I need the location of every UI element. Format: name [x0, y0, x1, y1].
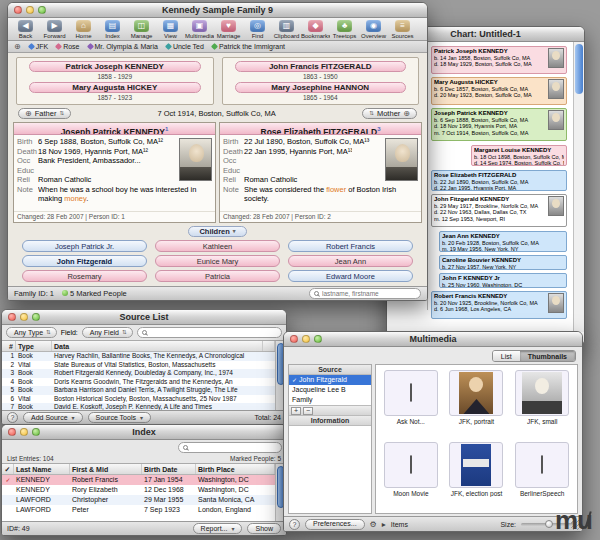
zoom-button[interactable] — [38, 6, 46, 14]
close-button[interactable] — [14, 6, 22, 14]
column-mark[interactable]: ✓ — [2, 464, 14, 474]
toolbar-overview[interactable]: ◉Overview — [359, 19, 388, 40]
wife-name-button[interactable]: Rose Elizabeth FITZGERALD3 — [220, 123, 421, 135]
close-button[interactable] — [8, 313, 16, 321]
table-header[interactable]: # Type Data — [2, 341, 275, 352]
toolbar-treetops[interactable]: ♣Treetops — [330, 19, 359, 40]
zoom-button[interactable] — [314, 335, 322, 343]
column-birth-place[interactable]: Birth Place — [196, 464, 275, 474]
column-type[interactable]: Type — [16, 341, 52, 351]
chart-person-box[interactable]: Mary Augusta HICKEY b. 6 Dec 1857, Bosto… — [431, 77, 567, 105]
thumbnails-view-button[interactable]: Thumbnails — [520, 351, 575, 361]
table-row[interactable]: 6VitalBoston Historical Society, Boston,… — [2, 395, 275, 404]
source-search-field[interactable] — [137, 327, 282, 338]
multimedia-titlebar[interactable]: Multimedia — [284, 332, 582, 347]
media-item[interactable]: JFK, small — [509, 368, 575, 440]
person-button[interactable]: John Francis FITZGERALD — [235, 61, 407, 72]
index-row[interactable]: ✓KENNEDYRobert Francis17 Jan 1954Washing… — [2, 475, 275, 485]
bookmark-rose[interactable]: Rose — [56, 43, 79, 50]
search-input[interactable] — [322, 290, 416, 297]
wife-photo[interactable] — [385, 138, 418, 181]
search-input[interactable] — [191, 444, 277, 451]
add-button[interactable]: + — [291, 407, 301, 415]
table-row[interactable]: 7BookDavid E. Koskoff, Joseph P. Kennedy… — [2, 403, 275, 410]
play-icon[interactable]: ▸ — [382, 520, 386, 529]
minimize-button[interactable] — [20, 428, 28, 436]
chart-person-box[interactable]: Robert Francis KENNEDY b. 20 Nov 1925, B… — [431, 291, 567, 319]
chart-person-box[interactable]: John Fitzgerald KENNEDY b. 29 May 1917, … — [431, 194, 567, 227]
column-birth-date[interactable]: Birth Date — [142, 464, 196, 474]
person-button[interactable]: Patrick Joseph KENNEDY — [29, 61, 201, 72]
children-button[interactable]: Children▾ — [188, 226, 246, 237]
media-source-item[interactable]: John Fitzgerald — [289, 375, 371, 385]
table-row[interactable]: 4BookDoris Kearns Goodwin, The Fitzgeral… — [2, 378, 275, 387]
note-link[interactable]: flower — [326, 185, 346, 194]
column-last-name[interactable]: Last Name — [14, 464, 70, 474]
toolbar-forward[interactable]: ▶Forward — [40, 19, 69, 40]
husband-name-button[interactable]: Joseph Patrick KENNEDY1 — [14, 123, 215, 135]
chart-person-box[interactable]: Jean Ann KENNEDY b. 20 Feb 1928, Boston,… — [439, 231, 567, 252]
toolbar-clipboard[interactable]: ▥Clipboard — [272, 19, 301, 40]
help-button[interactable]: ? — [7, 412, 18, 423]
source-titlebar[interactable]: Source List — [2, 310, 286, 325]
father-button[interactable]: ⊕Father⇅ — [18, 108, 71, 119]
child-button[interactable]: Patricia — [155, 270, 280, 282]
media-item[interactable]: Moon Movie — [378, 440, 444, 512]
media-item[interactable]: BerlinerSpeech — [509, 440, 575, 512]
add-bookmark-icon[interactable]: ⊕ — [14, 42, 21, 51]
media-item[interactable]: JFK, portrait — [444, 368, 510, 440]
add-source-button[interactable]: Add Source — [23, 412, 83, 423]
media-item[interactable]: Ask Not... — [378, 368, 444, 440]
table-row[interactable]: 1BookHarvey Rachlin, Ballantine Books, T… — [2, 352, 275, 361]
toolbar-view[interactable]: ▦View — [156, 19, 185, 40]
index-row[interactable]: LAWFORDPeter7 Sep 1923London, England — [2, 505, 275, 515]
slider-knob[interactable] — [545, 520, 553, 528]
child-button[interactable]: Robert Francis — [288, 240, 413, 252]
report-button[interactable]: Report... — [193, 523, 243, 534]
index-row[interactable]: LAWFORDChristopher29 Mar 1955Santa Monic… — [2, 495, 275, 505]
child-button[interactable]: Joseph Patrick Jr. — [22, 240, 147, 252]
spouse-arrows-icon[interactable]: ⇅ — [59, 111, 64, 117]
table-row[interactable]: 2VitalState Bureaus of Vital Statistics,… — [2, 361, 275, 370]
preferences-button[interactable]: Preferences... — [305, 519, 365, 530]
child-button[interactable]: Eunice Mary — [155, 255, 280, 267]
child-button[interactable]: Edward Moore — [288, 270, 413, 282]
list-view-button[interactable]: List — [493, 351, 520, 361]
index-row[interactable]: KENNEDYRory Elizabeth12 Dec 1968Washingt… — [2, 485, 275, 495]
person-button[interactable]: Mary Josephine HANNON — [235, 82, 407, 93]
bookmark-jfk[interactable]: JFK — [29, 43, 48, 50]
husband-photo[interactable] — [179, 138, 212, 181]
toolbar-bookmarks[interactable]: ◆Bookmarks — [301, 19, 330, 40]
note-link[interactable]: money — [64, 194, 86, 203]
chart-person-box[interactable]: Patrick Joseph KENNEDY b. 14 Jan 1858, B… — [431, 46, 567, 74]
bookmark-uncle-ted[interactable]: Uncle Ted — [166, 43, 204, 50]
close-button[interactable] — [8, 428, 16, 436]
action-gear-icon[interactable]: ⚙ — [370, 520, 377, 529]
chart-person-box[interactable]: Joseph Patrick KENNEDY b. 6 Sep 1888, Bo… — [431, 108, 567, 141]
toolbar-back[interactable]: ◀Back — [11, 19, 40, 40]
spouse-arrows-icon[interactable]: ⇅ — [369, 111, 374, 117]
toolbar-sources[interactable]: ≡Sources — [388, 19, 417, 40]
type-filter-popup[interactable]: Any Type⇅ — [6, 327, 57, 338]
index-search-field[interactable] — [178, 442, 282, 453]
column-media-icon[interactable] — [263, 341, 275, 351]
family-titlebar[interactable]: Kennedy Sample Family 9 — [8, 3, 427, 18]
chart-person-box[interactable]: Margaret Louise KENNEDY b. 18 Oct 1898, … — [471, 145, 567, 166]
zoom-button[interactable] — [32, 313, 40, 321]
vertical-scrollbar[interactable] — [573, 42, 584, 332]
toolbar-home[interactable]: ⌂Home — [69, 19, 98, 40]
media-source-item[interactable]: Family — [289, 395, 371, 405]
column-data[interactable]: Data — [52, 341, 263, 351]
table-row[interactable]: 3BookRobert Fitzgerald Kennedy, Doubleda… — [2, 369, 275, 378]
source-tools-button[interactable]: Source Tools — [88, 412, 151, 423]
toolbar-marriage[interactable]: ♥Marriage — [214, 19, 243, 40]
help-button[interactable]: ? — [289, 519, 300, 530]
remove-button[interactable]: − — [303, 407, 313, 415]
child-button[interactable]: John Fitzgerald — [22, 255, 147, 267]
marked-people-popup[interactable]: 5 Marked People — [62, 289, 127, 298]
chart-person-box[interactable]: Rose Elizabeth FITZGERALD b. 22 Jul 1890… — [431, 170, 567, 191]
person-button[interactable]: Mary Augusta HICKEY — [29, 82, 201, 93]
index-titlebar[interactable]: Index — [2, 425, 286, 440]
mother-button[interactable]: ⇅Mother⊕ — [362, 108, 417, 119]
column-number[interactable]: # — [2, 341, 16, 351]
